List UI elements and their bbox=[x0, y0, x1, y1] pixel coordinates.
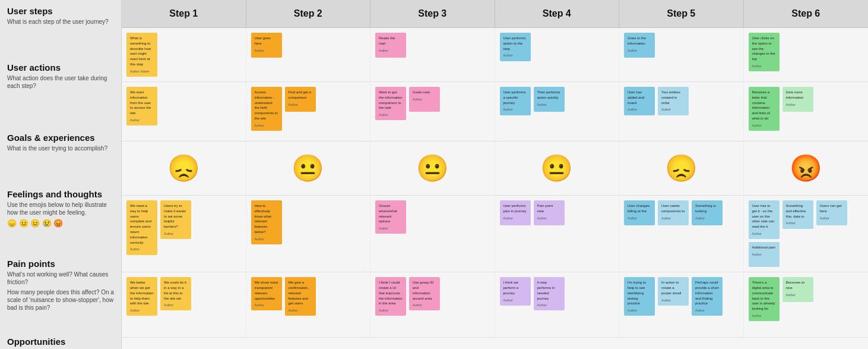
emoji-sad: 😞 bbox=[665, 153, 698, 184]
sticky-note[interactable]: Want to get the information comparison t… bbox=[375, 87, 406, 120]
sticky-note[interactable]: We could do it in a way in a list at thi… bbox=[160, 277, 191, 310]
sticky-note[interactable]: User has to get it - so the user on the … bbox=[749, 200, 780, 239]
goals-cell-5: User has added and noted Author Two enti… bbox=[619, 82, 744, 141]
sticky-note[interactable]: User performs pain in journey Author bbox=[500, 200, 531, 225]
sticky-note[interactable]: User goes here Author bbox=[251, 33, 282, 58]
sticky-note[interactable]: We want information from the user to acc… bbox=[126, 87, 157, 125]
sticky-note[interactable]: Reads the mail Author bbox=[375, 33, 406, 58]
sidebar-title-pain-points: Pain points bbox=[7, 259, 114, 269]
user-actions-cell-6: User clicks on the option to see the cha… bbox=[744, 28, 869, 81]
sticky-note[interactable]: User performs a specific journey Author bbox=[500, 87, 531, 115]
opportunities-cell-2: We show more transparent relevant opport… bbox=[246, 272, 371, 337]
sticky-note[interactable]: We better when we get the information to… bbox=[126, 277, 157, 316]
sticky-note[interactable]: A step performs in needed journey Author bbox=[534, 277, 565, 310]
pain-points-cell-5: User changes billing at the Author User … bbox=[619, 196, 744, 272]
goals-row: We want information from the user to acc… bbox=[122, 82, 868, 142]
sticky-note[interactable]: I think I could create a UI that improve… bbox=[375, 277, 406, 316]
sidebar-section-user-actions: User actions What action does the user t… bbox=[7, 62, 114, 90]
opportunities-row: We better when we get the information to… bbox=[122, 272, 868, 338]
pain-points-cell-3: Unsure where/what relevant options Autho… bbox=[370, 196, 495, 272]
sticky-note[interactable]: User performs action to the step Author bbox=[500, 33, 531, 61]
sidebar-section-goals: Goals & experiences What is the user try… bbox=[7, 133, 114, 152]
user-actions-row: What is something to describe how user m… bbox=[122, 28, 868, 82]
user-actions-cell-1: What is something to describe how user m… bbox=[122, 28, 246, 81]
sticky-note[interactable]: User clicks on the option to see the cha… bbox=[749, 33, 780, 71]
sticky-note[interactable]: How to effectively know what relevant fe… bbox=[251, 200, 282, 244]
sidebar-title-user-steps: User steps bbox=[7, 6, 114, 16]
sticky-note[interactable]: Something is looking Author bbox=[692, 200, 723, 225]
sidebar-section-feelings: Feelings and thoughts Use the emojis bel… bbox=[7, 189, 114, 228]
sticky-note[interactable]: Unsure where/what relevant options Autho… bbox=[375, 200, 406, 234]
feelings-cell-6: 😡 bbox=[744, 142, 869, 195]
app-layout: User steps What is each step of the user… bbox=[0, 0, 868, 349]
sticky-note[interactable]: I'm trying to help to see identifying te… bbox=[624, 277, 655, 316]
emoji-neutral: 😐 bbox=[416, 153, 449, 184]
header-step-4: Step 4 bbox=[495, 0, 620, 27]
sticky-note[interactable]: I think we perform a journey Author bbox=[500, 277, 531, 306]
sticky-note[interactable]: Becomes to nice Author bbox=[783, 277, 813, 302]
header-step-3: Step 3 bbox=[370, 0, 495, 27]
sticky-note[interactable]: In action to create a proper email Autho… bbox=[658, 277, 689, 306]
feelings-row: 😞 😐 😐 😐 😞 😡 bbox=[122, 142, 868, 196]
goals-cell-4: User performs a specific journey Author … bbox=[495, 82, 620, 141]
sidebar-subtitle-pain-points-2: How many people does this affect? On a s… bbox=[7, 288, 114, 312]
sticky-note[interactable]: We give a confirmation, relevant feature… bbox=[285, 277, 316, 316]
feelings-cell-4: 😐 bbox=[495, 142, 620, 195]
sticky-note[interactable]: Goes to the information Author bbox=[624, 33, 655, 58]
sticky-note[interactable]: There's a digital area to communicate ba… bbox=[749, 277, 780, 321]
sticky-note[interactable]: Two entities created in order Author bbox=[658, 87, 689, 115]
sidebar-section-opportunities: Opportunities How might we address these… bbox=[7, 337, 114, 349]
sidebar-subtitle-user-steps: What is each step of the user journey? bbox=[7, 18, 114, 26]
sidebar-title-goals: Goals & experiences bbox=[7, 133, 114, 143]
pain-points-cell-1: We need a way to help users complete and… bbox=[122, 196, 246, 272]
sticky-note[interactable]: What is something to describe how user m… bbox=[126, 33, 157, 77]
feelings-cell-5: 😞 bbox=[619, 142, 744, 195]
main-content: Step 1 Step 2 Step 3 Step 4 Step 5 Step … bbox=[122, 0, 868, 349]
opportunities-cell-6: There's a digital area to communicate ba… bbox=[744, 272, 869, 337]
sidebar-title-feelings: Feelings and thoughts bbox=[7, 189, 114, 199]
sticky-note[interactable]: Users can get here Author bbox=[816, 200, 847, 225]
emoji-sad: 😞 bbox=[167, 153, 200, 184]
sticky-note[interactable]: Access information - understand the both… bbox=[251, 87, 282, 131]
sticky-note[interactable]: Pain point note Author bbox=[534, 200, 565, 225]
user-actions-cell-4: User performs action to the step Author bbox=[495, 28, 620, 81]
sticky-note[interactable]: Find and get a comparison Author bbox=[285, 87, 316, 112]
sticky-note[interactable]: User changes billing at the Author bbox=[624, 200, 655, 225]
sticky-note[interactable]: Additional pain Author bbox=[749, 242, 780, 267]
user-actions-cell-5: Goes to the information Author bbox=[619, 28, 744, 81]
feelings-cell-3: 😐 bbox=[370, 142, 495, 195]
sidebar: User steps What is each step of the user… bbox=[0, 0, 122, 349]
sticky-note[interactable]: User needs components to Author bbox=[658, 200, 689, 225]
sidebar-section-pain-points: Pain points What's not working well? Wha… bbox=[7, 259, 114, 312]
header-step-1: Step 1 bbox=[122, 0, 246, 27]
sidebar-subtitle-goals: What is the user trying to accomplish? bbox=[7, 144, 114, 152]
goals-cell-1: We want information from the user to acc… bbox=[122, 82, 246, 141]
sticky-note[interactable]: We show more transparent relevant opport… bbox=[251, 277, 282, 310]
feelings-cell-1: 😞 bbox=[122, 142, 246, 195]
header-row: Step 1 Step 2 Step 3 Step 4 Step 5 Step … bbox=[122, 0, 868, 28]
opportunities-cell-3: I think I could create a UI that improve… bbox=[370, 272, 495, 337]
sidebar-subtitle-feelings: Use the emojis below to help illustrate … bbox=[7, 201, 114, 216]
sticky-note[interactable]: We need a way to help users complete and… bbox=[126, 200, 157, 255]
goals-cell-6: Receives a letter that contains informat… bbox=[744, 82, 869, 141]
sticky-note[interactable]: Goals note Author bbox=[409, 87, 440, 112]
sticky-note[interactable]: Use group ID and information around area… bbox=[409, 277, 440, 310]
emoji-neutral: 😐 bbox=[540, 153, 573, 184]
user-actions-cell-2: User goes here Author bbox=[246, 28, 371, 81]
sticky-note[interactable]: Users try to make it easier to set some … bbox=[160, 200, 191, 239]
sidebar-subtitle-user-actions: What action does the user take during ea… bbox=[7, 74, 114, 90]
sidebar-title-opportunities: Opportunities bbox=[7, 337, 114, 347]
sticky-note[interactable]: User has added and noted Author bbox=[624, 87, 655, 115]
feelings-cell-2: 😐 bbox=[246, 142, 371, 195]
sidebar-title-user-actions: User actions bbox=[7, 62, 114, 73]
user-actions-cell-3: Reads the mail Author bbox=[370, 28, 495, 81]
header-step-5: Step 5 bbox=[619, 0, 744, 27]
header-step-2: Step 2 bbox=[246, 0, 371, 27]
sticky-note[interactable]: Receives a letter that contains informat… bbox=[749, 87, 780, 131]
sticky-note[interactable]: Then performs action quickly Author bbox=[534, 87, 565, 112]
sticky-note[interactable]: Gets more information Author bbox=[783, 87, 813, 112]
sticky-note[interactable]: Something and effective this, data to Au… bbox=[783, 200, 813, 229]
sticky-note[interactable]: Perhaps could provide a short informatio… bbox=[692, 277, 723, 316]
opportunities-cell-1: We better when we get the information to… bbox=[122, 272, 246, 337]
goals-cell-3: Want to get the information comparison t… bbox=[370, 82, 495, 141]
